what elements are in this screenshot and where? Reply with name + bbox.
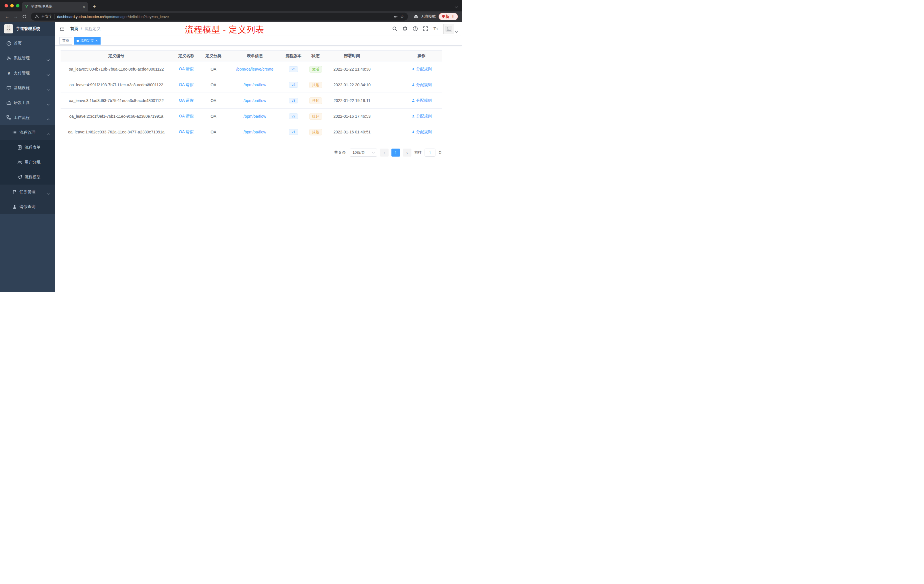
page-content: 定义编号 定义名称 定义分类 表单信息 流程版本 状态 部署时间 操作 oa_l… (55, 46, 462, 292)
chevron-down-icon (47, 57, 49, 61)
version-badge: v4 (289, 82, 298, 88)
form-link[interactable]: /bpm/oa/flow (243, 82, 266, 87)
sidebar-item-system[interactable]: 系统管理 (0, 51, 55, 66)
sidebar-item-process-models[interactable]: 流程模型 (0, 170, 55, 185)
pagination-total: 共 5 条 (334, 150, 346, 155)
page-1-button[interactable]: 1 (391, 148, 400, 157)
cell-category: OA (201, 93, 226, 109)
chevron-down-icon (47, 72, 49, 76)
incognito-icon (413, 14, 419, 20)
assign-rule-link[interactable]: 分配规则 (411, 129, 432, 135)
sidebar-logo[interactable]: 芋道管理系统 (0, 22, 55, 36)
browser-chrome: 芋道管理系统 × + ← → 不安全 dashboard.yudao.iocod… (0, 0, 462, 22)
window-controls (5, 4, 20, 7)
cell-deploy-time: 2022-01-16 01:40:51 (328, 124, 376, 140)
sidebar-item-home[interactable]: 首页 (0, 36, 55, 51)
form-link[interactable]: /bpm/oa/flow (243, 130, 266, 134)
url-domain: dashboard.yudao.iocoder.cn (57, 15, 104, 19)
definition-name-link[interactable]: OA 请假 (179, 66, 193, 71)
github-icon[interactable] (402, 26, 408, 31)
window-close-button[interactable] (5, 4, 8, 7)
definition-name-link[interactable]: OA 请假 (179, 114, 193, 118)
refresh-button[interactable] (20, 14, 28, 19)
prev-page-button[interactable]: ‹ (380, 148, 389, 157)
user-menu[interactable] (444, 24, 457, 34)
cell-operation: 分配规则 (401, 124, 442, 140)
tab-close-icon[interactable]: × (82, 5, 85, 9)
tag-home[interactable]: 首页 (59, 37, 72, 45)
svg-text:T: T (437, 28, 438, 31)
user-avatar (444, 24, 454, 34)
definition-name-link[interactable]: OA 请假 (179, 82, 193, 87)
breadcrumb-home[interactable]: 首页 (70, 26, 78, 31)
assign-rule-link[interactable]: 分配规则 (411, 66, 432, 72)
next-page-button[interactable]: › (403, 148, 411, 157)
security-warning-icon[interactable] (35, 15, 39, 19)
page-unit-label: 页 (438, 150, 442, 155)
tag-close-icon[interactable]: × (96, 39, 98, 43)
col-definition-name: 定义名称 (172, 51, 201, 61)
cell-form-info: /bpm/oa/flow (226, 109, 284, 124)
forward-button[interactable]: → (12, 14, 20, 19)
form-link[interactable]: /bpm/oa/flow (243, 114, 266, 119)
col-form-info: 表单信息 (226, 51, 284, 61)
cell-version: v2 (284, 109, 304, 124)
cell-deploy-time: 2022-01-22 19:19:11 (328, 93, 376, 109)
form-link[interactable]: /bpm/oa/leave/create (236, 67, 274, 71)
sidebar-item-label: 基础设施 (14, 86, 30, 91)
tag-process-definition[interactable]: 流程定义 × (74, 37, 101, 45)
browser-update-menu-button[interactable]: 更新 ⋮ (439, 13, 458, 20)
browser-tab[interactable]: 芋道管理系统 × (22, 2, 88, 12)
font-size-icon[interactable]: TT (433, 26, 439, 31)
sidebar-item-task-management[interactable]: 任务管理 (0, 185, 55, 200)
window-minimize-button[interactable] (10, 4, 14, 7)
sidebar-item-label: 流程管理 (20, 130, 35, 135)
sidebar-item-process-management[interactable]: 流程管理 (0, 125, 55, 140)
definition-name-link[interactable]: OA 请假 (179, 98, 193, 102)
update-label: 更新 (442, 14, 449, 19)
sidebar-item-devtools[interactable]: 研发工具 (0, 96, 55, 110)
assign-rule-link[interactable]: 分配规则 (411, 114, 432, 119)
pagination: 共 5 条 10条/页 ‹ 1 › 前往 页 (61, 148, 442, 157)
cell-definition-name: OA 请假 (172, 109, 201, 124)
sidebar-item-infrastructure[interactable]: 基础设施 (0, 81, 55, 96)
table-row: oa_leave:3:1fad3d93-7b75-11ec-a3c8-acde4… (61, 93, 442, 109)
assign-rule-link[interactable]: 分配规则 (411, 82, 432, 87)
cell-version: v1 (284, 124, 304, 140)
assign-rule-link[interactable]: 分配规则 (411, 98, 432, 103)
sidebar-item-workflow[interactable]: 工作流程 (0, 110, 55, 125)
table-row: oa_leave:2:3c1f0ef1-76b1-11ec-9c66-a2380… (61, 109, 442, 124)
sidebar-item-label: 支付管理 (14, 71, 30, 76)
person-icon (411, 99, 415, 102)
sidebar-item-payment[interactable]: ¥ 支付管理 (0, 66, 55, 81)
help-icon[interactable]: ? (412, 26, 418, 31)
password-key-icon[interactable] (394, 15, 398, 19)
new-tab-button[interactable]: + (90, 3, 98, 11)
cell-deploy-time: 2022-01-22 20:34:10 (328, 77, 376, 93)
sidebar-item-label: 工作流程 (14, 115, 30, 120)
hamburger-icon[interactable] (59, 26, 65, 32)
sidebar-item-leave-query[interactable]: 请假查询 (0, 200, 55, 214)
sidebar-item-user-groups[interactable]: 用户分组 (0, 155, 55, 170)
search-icon[interactable] (392, 26, 398, 31)
fullscreen-icon[interactable] (423, 26, 428, 31)
page-size-select[interactable]: 10条/页 (350, 148, 377, 157)
chevron-down-icon (47, 191, 49, 195)
cell-definition-id: oa_leave:1:482ec033-762a-11ec-8477-a2380… (61, 124, 172, 140)
tag-label: 流程定义 (80, 38, 94, 43)
url-bar[interactable]: 不安全 dashboard.yudao.iocoder.cn/bpm/manag… (31, 13, 408, 21)
tab-search-caret-icon[interactable] (455, 4, 457, 9)
sidebar-item-process-forms[interactable]: 流程表单 (0, 140, 55, 155)
back-button[interactable]: ← (3, 14, 12, 19)
bookmark-star-icon[interactable]: ☆ (400, 14, 404, 19)
goto-page-input[interactable] (424, 148, 436, 157)
window-zoom-button[interactable] (16, 4, 20, 7)
form-link[interactable]: /bpm/oa/flow (243, 98, 266, 103)
favicon-icon (25, 5, 28, 8)
security-label: 不安全 (41, 14, 52, 19)
definition-name-link[interactable]: OA 请假 (179, 129, 193, 134)
cell-category: OA (201, 77, 226, 93)
cell-status: 挂起 (304, 77, 328, 93)
logo-title: 芋道管理系统 (16, 26, 40, 31)
app-root: 芋道管理系统 首页 系统管理 ¥ 支付管理 基础设施 研发工具 (0, 22, 462, 292)
